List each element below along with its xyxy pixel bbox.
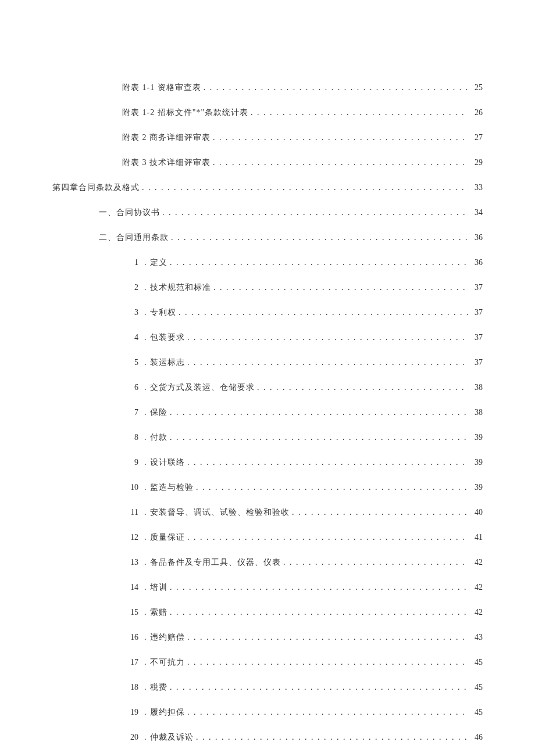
toc-entry-page: 34 <box>471 206 483 218</box>
dot-leader <box>170 431 469 443</box>
toc-entry: 19.履约担保45 <box>52 706 483 718</box>
toc-entry-separator: . <box>138 681 150 693</box>
dot-leader <box>196 731 469 743</box>
toc-entry-separator: . <box>138 281 150 293</box>
toc-entry-page: 42 <box>471 581 483 593</box>
dot-leader <box>142 181 469 194</box>
toc-entry-separator: . <box>138 431 150 443</box>
toc-entry-page: 37 <box>471 331 483 343</box>
dot-leader <box>187 331 469 343</box>
toc-entry-page: 38 <box>471 406 483 418</box>
toc-entry: 5.装运标志37 <box>52 356 483 368</box>
dot-leader <box>170 256 469 268</box>
dot-leader <box>196 481 469 493</box>
toc-entry-separator: . <box>138 706 150 718</box>
dot-leader <box>171 231 469 243</box>
toc-entry: 20.仲裁及诉讼46 <box>52 731 483 743</box>
toc-entry-page: 33 <box>471 181 483 194</box>
toc-entry-label: 附表 3 技术详细评审表 <box>122 156 211 169</box>
toc-entry-number: 8 <box>122 431 138 443</box>
toc-entry-number: 11 <box>122 506 138 518</box>
toc-entry-number: 6 <box>122 381 138 393</box>
dot-leader <box>213 156 469 169</box>
toc-entry-page: 39 <box>471 431 483 443</box>
dot-leader <box>292 506 469 518</box>
toc-entry-label: 交货方式及装运、仓储要求 <box>150 381 255 393</box>
dot-leader <box>179 306 469 318</box>
toc-entry-number: 17 <box>122 656 138 668</box>
toc-entry-number: 20 <box>122 731 138 743</box>
toc-entry-label: 付款 <box>150 431 167 443</box>
dot-leader <box>187 656 469 668</box>
toc-entry: 13.备品备件及专用工具、仪器、仪表42 <box>52 556 483 568</box>
toc-entry: 附表 1-2 招标文件"*"条款统计表26 <box>52 106 483 119</box>
toc-entry-separator: . <box>138 556 150 568</box>
toc-entry-page: 26 <box>471 106 483 119</box>
toc-entry-label: 税费 <box>150 681 167 693</box>
toc-entry-label: 违约赔偿 <box>150 631 185 643</box>
toc-entry-page: 42 <box>471 556 483 568</box>
dot-leader <box>170 406 469 418</box>
toc-entry-label: 仲裁及诉讼 <box>150 731 194 743</box>
toc-entry: 12.质量保证41 <box>52 531 483 543</box>
toc-entry-separator: . <box>138 456 150 468</box>
toc-entry-label: 安装督导、调试、试验、检验和验收 <box>150 506 290 518</box>
toc-entry: 16.违约赔偿43 <box>52 631 483 643</box>
toc-entry-label: 附表 1-1 资格审查表 <box>122 81 201 94</box>
toc-entry-label: 不可抗力 <box>150 656 185 668</box>
toc-entry-separator: . <box>138 531 150 543</box>
toc-entry-page: 39 <box>471 456 483 468</box>
dot-leader <box>187 531 469 543</box>
toc-entry: 1. 定义36 <box>52 256 483 268</box>
dot-leader <box>162 206 469 218</box>
toc-entry: 15. 索赔42 <box>52 606 483 618</box>
toc-entry-separator: . <box>138 256 150 268</box>
toc-entry-label: 一、合同协议书 <box>99 206 160 218</box>
toc-entry-label: 履约担保 <box>150 706 185 718</box>
dot-leader <box>187 456 469 468</box>
toc-entry-page: 46 <box>471 731 483 743</box>
toc-entry: 10.监造与检验39 <box>52 481 483 493</box>
toc-entry-page: 29 <box>471 156 483 169</box>
toc-entry-page: 25 <box>471 81 483 94</box>
toc-entry-label: 技术规范和标准 <box>150 281 211 293</box>
toc-entry-label: 定义 <box>150 256 167 268</box>
toc-entry-page: 42 <box>471 606 483 618</box>
toc-entry-label: 设计联络 <box>150 456 185 468</box>
toc-entry-separator: . <box>138 381 150 393</box>
dot-leader <box>187 631 469 643</box>
toc-entry-number: 1 <box>122 256 138 268</box>
toc-entry-number: 9 <box>122 456 138 468</box>
toc-entry-number: 18 <box>122 681 138 693</box>
toc-entry-page: 36 <box>471 256 483 268</box>
toc-entry-number: 16 <box>122 631 138 643</box>
toc-entry-number: 3 <box>122 306 138 318</box>
toc-entry: 附表 3 技术详细评审表29 <box>52 156 483 169</box>
toc-entry-separator: . <box>138 331 150 343</box>
toc-entry-number: 15 <box>122 606 138 618</box>
toc-entry: 6.交货方式及装运、仓储要求38 <box>52 381 483 393</box>
toc-entry-label: 培训 <box>150 581 167 593</box>
toc-entry-page: 45 <box>471 706 483 718</box>
toc-entry-separator: . <box>138 581 150 593</box>
toc-entry-label: 第四章合同条款及格式 <box>52 181 140 194</box>
toc-entry: 一、合同协议书34 <box>52 206 483 218</box>
toc-entry-label: 质量保证 <box>150 531 185 543</box>
dot-leader <box>257 381 469 393</box>
toc-entry-number: 2 <box>122 281 138 293</box>
dot-leader <box>283 556 469 568</box>
toc-entry: 18. 税费45 <box>52 681 483 693</box>
toc-entry-page: 45 <box>471 681 483 693</box>
toc-entry-separator: . <box>138 306 150 318</box>
toc-entry-page: 37 <box>471 356 483 368</box>
dot-leader <box>213 281 469 293</box>
toc-entry-separator: . <box>138 731 150 743</box>
toc-entry: 8. 付款39 <box>52 431 483 443</box>
toc-entry: 第四章合同条款及格式33 <box>52 181 483 194</box>
toc-entry-page: 36 <box>471 231 483 243</box>
dot-leader <box>170 581 469 593</box>
toc-entry: 7.保险38 <box>52 406 483 418</box>
toc-entry-label: 附表 2 商务详细评审表 <box>122 131 211 144</box>
dot-leader <box>170 606 469 618</box>
dot-leader <box>187 356 469 368</box>
